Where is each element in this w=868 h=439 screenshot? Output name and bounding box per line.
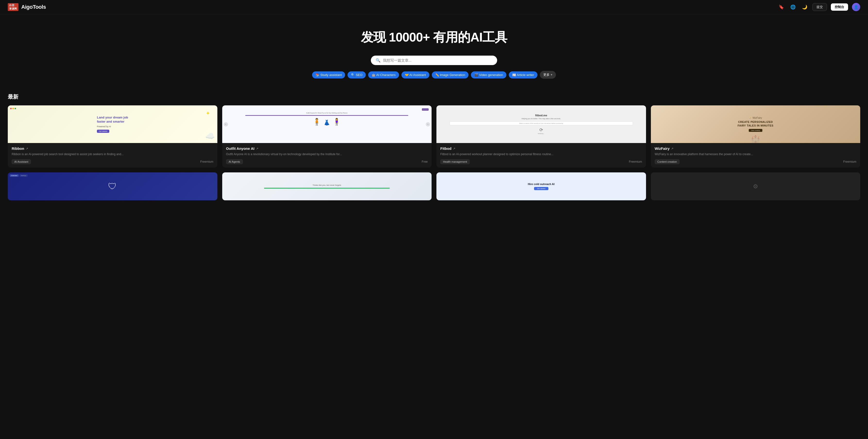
card-outfit[interactable]: Outfit Anyone AI: Virtual Try-on for Any… (222, 105, 432, 167)
cards-grid-top: Land your dream jobfaster and smarter Po… (8, 105, 860, 167)
card-footer-fitbod: Health management Freemium (440, 159, 642, 164)
card-tag-outfit: AI Agents (226, 159, 243, 164)
card-shield[interactable]: 🛡 Overview Settings (8, 173, 217, 200)
external-link-icon-wizfairy: ↗ (671, 147, 674, 150)
card-wizfairy[interactable]: 🪄 WizFairy CREATE PERSONALIZEDFAIRY TALE… (651, 105, 861, 167)
wizfairy-logo: 🪄 WizFairy (738, 117, 774, 119)
tag-image-generation[interactable]: ✏️ Image Generation (432, 71, 469, 79)
site-title: AigoTools (21, 4, 46, 10)
avatar[interactable]: 👤 (852, 3, 860, 11)
card-name-row-fitbod: Fitbod ↗ (440, 147, 642, 151)
card-name-row-ribbon: Ribbon ↗ (12, 147, 214, 151)
tag-video-generation[interactable]: 🎬 Video generation (471, 71, 506, 79)
wizfairy-headline: CREATE PERSONALIZEDFAIRY TALES IN MINUTE… (738, 120, 774, 128)
card-thinks[interactable]: Thinks like you, but never forgets (222, 173, 432, 200)
placeholder-icon: ⚙ (753, 183, 758, 190)
card-pricing-fitbod: Freemium (629, 160, 642, 163)
card-body-outfit: Outfit Anyone AI ↗ Outfit Anyone AI is a… (222, 143, 432, 167)
ribbon-cta: Get started (97, 130, 109, 133)
card-footer-outfit: AI Agents Free (226, 159, 428, 164)
tag-study-assistant[interactable]: 📚 Study assistant (312, 71, 345, 79)
card-image-placeholder: ⚙ (651, 173, 861, 200)
tag-more[interactable]: 更多 + (540, 71, 556, 79)
ribbon-content: Land your dream jobfaster and smarter Po… (92, 111, 133, 138)
card-image-thinks: Thinks like you, but never forgets (222, 173, 432, 200)
card-image-ribbon: Land your dream jobfaster and smarter Po… (8, 105, 217, 143)
fitbod-spinner: ⟳ (539, 127, 543, 132)
card-image-outfit: Outfit Anyone AI: Virtual Try-on for Any… (222, 105, 432, 143)
tag-article-writer[interactable]: 📰 Article writer (509, 71, 537, 79)
wizfairy-cta[interactable]: Start creating (749, 129, 762, 132)
card-image-hire: Hire cold outreach AI Get started (436, 173, 646, 200)
ribbon-dots (10, 108, 16, 109)
header-right: 🔖 🌐 🌙 提交 控制台 👤 (777, 3, 860, 11)
bookmark-icon[interactable]: 🔖 (777, 3, 785, 11)
card-name-row-wizfairy: WizFairy ↗ (655, 147, 857, 151)
fitbod-input: Make us aware of the security of your co… (450, 121, 633, 125)
card-name-fitbod: Fitbod (440, 147, 452, 151)
card-pricing-outfit: Free (422, 160, 428, 163)
outfit-arrow-right[interactable]: › (426, 122, 430, 126)
card-name-wizfairy: WizFairy (655, 147, 670, 151)
card-hire-outreach[interactable]: Hire cold outreach AI Get started (436, 173, 646, 200)
ribbon-headline: Land your dream jobfaster and smarter (97, 116, 128, 124)
logo-badge: 白芸 资源网 (8, 3, 19, 11)
wizfairy-castle-icon: 🏰 (651, 131, 861, 143)
card-desc-ribbon: Ribbon is an AI-powered job search tool … (12, 152, 214, 156)
outfit-btn (422, 108, 429, 111)
header-left: 白芸 资源网 AigoTools (8, 3, 46, 11)
card-fitbod[interactable]: fitbod.me Helping you do better. This ma… (436, 105, 646, 167)
search-icon: 🔍 (376, 58, 380, 63)
tag-ai-characters[interactable]: 🤖 AI Characters (368, 71, 399, 79)
latest-section: 最新 Land your dream jobfaster and smarter… (0, 88, 868, 208)
shield-icon: 🛡 (108, 181, 117, 192)
card-desc-wizfairy: WizFairy is an innovative platform that … (655, 152, 857, 156)
card-tag-fitbod: Health management (440, 159, 470, 164)
ribbon-star-icon: ✦ (206, 110, 210, 117)
tag-ai-assistant[interactable]: 🤝 AI Assistant (401, 71, 429, 79)
globe-icon[interactable]: 🌐 (789, 3, 797, 11)
card-body-fitbod: Fitbod ↗ Fitbod is an AI-powered workout… (436, 143, 646, 167)
card-image-fitbod: fitbod.me Helping you do better. This ma… (436, 105, 646, 143)
hire-btn[interactable]: Get started (534, 187, 548, 190)
card-image-shield: 🛡 Overview Settings (8, 173, 217, 200)
card-placeholder[interactable]: ⚙ (651, 173, 861, 200)
wizfairy-text: 🪄 WizFairy CREATE PERSONALIZEDFAIRY TALE… (738, 117, 774, 132)
card-body-ribbon: Ribbon ↗ Ribbon is an AI-powered job sea… (8, 143, 217, 167)
card-name-ribbon: Ribbon (12, 147, 24, 151)
tag-seo[interactable]: 🔍 SEO (347, 71, 366, 79)
section-title-latest: 最新 (8, 93, 860, 100)
card-name-outfit: Outfit Anyone AI (226, 147, 254, 151)
header: 白芸 资源网 AigoTools 🔖 🌐 🌙 提交 控制台 👤 (0, 0, 868, 14)
hero-section: 发现 10000+ 有用的AI工具 🔍 📚 Study assistant 🔍 … (0, 14, 868, 88)
cards-grid-bottom: 🛡 Overview Settings Thinks like you, but… (8, 173, 860, 200)
submit-button[interactable]: 提交 (812, 3, 827, 11)
moon-icon[interactable]: 🌙 (801, 3, 808, 11)
fitbod-tagline: Helping you do better. This may take a f… (521, 118, 561, 120)
fitbod-desc: Verifying... (538, 132, 545, 134)
thinks-text: Thinks like you, but never forgets (311, 184, 343, 186)
ribbon-sub: Powered by AI (97, 125, 128, 128)
fitbod-logo: fitbod.me (535, 114, 548, 117)
hero-title: 发现 10000+ 有用的AI工具 (5, 29, 863, 46)
card-body-wizfairy: WizFairy ↗ WizFairy is an innovative pla… (651, 143, 861, 167)
outfit-arrow-left[interactable]: ‹ (224, 122, 228, 126)
card-desc-fitbod: Fitbod is an AI-powered workout planner … (440, 152, 642, 156)
card-ribbon[interactable]: Land your dream jobfaster and smarter Po… (8, 105, 217, 167)
search-input[interactable] (383, 58, 492, 62)
external-link-icon-outfit: ↗ (256, 147, 258, 150)
hire-cold-outreach-title: Hire cold outreach AI (528, 183, 554, 186)
external-link-icon-fitbod: ↗ (453, 147, 455, 150)
card-pricing-ribbon: Freemium (200, 160, 213, 163)
ribbon-cloud-icon: ☁️ (205, 131, 215, 140)
search-bar: 🔍 (371, 56, 497, 65)
tags-row: 📚 Study assistant 🔍 SEO 🤖 AI Characters … (5, 71, 863, 79)
card-tag-ribbon: AI Assistant (12, 159, 31, 164)
card-footer-wizfairy: Content creation Freemium (655, 159, 857, 164)
console-button[interactable]: 控制台 (831, 3, 848, 11)
outfit-top-bar (225, 108, 429, 111)
card-tag-wizfairy: Content creation (655, 159, 680, 164)
shield-tabs: Overview Settings (10, 174, 28, 177)
card-desc-outfit: Outfit Anyone AI is a revolutionary virt… (226, 152, 428, 156)
tab1: Overview (10, 174, 19, 177)
